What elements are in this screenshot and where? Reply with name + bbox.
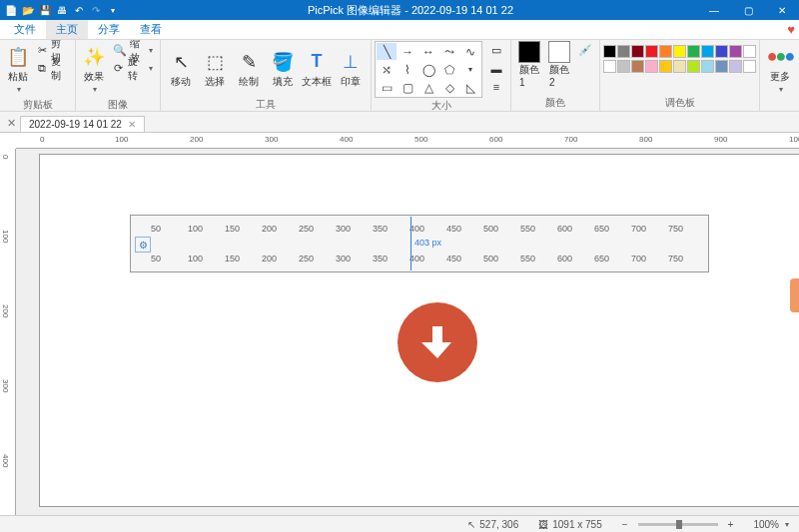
group-label-palette: 调色板 [603, 95, 756, 111]
menu-home[interactable]: 主页 [46, 20, 88, 39]
canvas-viewport[interactable]: ⚙ 50100150200250300350400450500550600650… [16, 149, 799, 515]
zoom-in-button[interactable]: + [718, 519, 744, 530]
draw-tool[interactable]: ✎绘制 [232, 41, 266, 97]
color-swatch[interactable] [645, 45, 658, 58]
shape-zigzag-icon[interactable]: ⤭ [377, 61, 397, 78]
menu-file[interactable]: 文件 [4, 20, 46, 39]
print-icon[interactable]: 🖶 [54, 2, 70, 18]
shape-diamond-icon[interactable]: ◇ [439, 79, 459, 96]
stamp-tool[interactable]: ⊥印章 [334, 41, 368, 97]
shape-outline-button[interactable]: ▭ [487, 42, 505, 59]
shape-weight-button[interactable]: ≡ [487, 78, 505, 95]
zoom-out-button[interactable]: − [612, 519, 638, 530]
color-swatch[interactable] [659, 60, 672, 73]
copy-icon: ⧉ [36, 62, 48, 76]
open-icon[interactable]: 📂 [20, 2, 36, 18]
ruler-marker-label: 403 px [414, 238, 441, 248]
color-swatch[interactable] [743, 45, 756, 58]
shape-callout-icon[interactable]: ◺ [460, 79, 480, 96]
document-tab[interactable]: 2022-09-19 14 01 22 ✕ [20, 116, 145, 132]
new-icon[interactable]: 📄 [3, 2, 19, 18]
color-swatch[interactable] [617, 45, 630, 58]
shape-gallery[interactable]: ╲ → ↔ ⤳ ∿ ⤭ ⌇ ◯ ⬠ ▾ ▭ ▢ △ ◇ ◺ [375, 41, 482, 98]
ruler-marker [410, 217, 411, 270]
color-swatch[interactable] [645, 60, 658, 73]
shape-polyline-icon[interactable]: ⌇ [398, 61, 417, 78]
shape-triangle-icon[interactable]: △ [418, 79, 438, 96]
color-swatch[interactable] [729, 60, 742, 73]
favorite-icon[interactable]: ♥ [787, 22, 795, 37]
more-button[interactable]: ●●●更多 [763, 41, 797, 97]
color-swatch[interactable] [687, 45, 700, 58]
menu-view[interactable]: 查看 [130, 20, 172, 39]
color-swatch[interactable] [729, 45, 742, 58]
menu-share[interactable]: 分享 [88, 20, 130, 39]
color-swatch[interactable] [715, 45, 728, 58]
color1-button[interactable]: 颜色 1 [514, 41, 544, 88]
canvas[interactable]: ⚙ 50100150200250300350400450500550600650… [40, 155, 799, 506]
color-swatch[interactable] [673, 60, 686, 73]
save-icon[interactable]: 💾 [37, 2, 53, 18]
shape-more-icon[interactable]: ▾ [460, 61, 480, 78]
qat-more-icon[interactable]: ▾ [105, 2, 121, 18]
color-swatch[interactable] [603, 60, 616, 73]
copy-button[interactable]: ⧉复制 [34, 60, 70, 77]
text-icon: T [305, 50, 329, 74]
zoom-level[interactable]: 100% [743, 519, 799, 530]
group-label-more [763, 109, 797, 111]
ruler-horizontal: 01002003004005006007008009001000 [16, 133, 799, 149]
shape-bezier-icon[interactable]: ∿ [460, 43, 480, 60]
shape-line-icon[interactable]: ╲ [377, 43, 397, 60]
undo-icon[interactable]: ↶ [71, 2, 87, 18]
rotate-icon: ⟳ [113, 62, 125, 76]
color-swatch[interactable] [743, 60, 756, 73]
color-swatch[interactable] [603, 45, 616, 58]
ruler-settings-icon[interactable]: ⚙ [135, 237, 151, 253]
shape-curve-icon[interactable]: ⤳ [439, 43, 459, 60]
color-swatch[interactable] [673, 45, 686, 58]
select-tool[interactable]: ⬚选择 [198, 41, 232, 97]
shape-ellipse-icon[interactable]: ◯ [418, 61, 438, 78]
rotate-button[interactable]: ⟳旋转 [111, 60, 155, 77]
tab-close-icon[interactable]: ✕ [128, 119, 136, 130]
color-swatch[interactable] [631, 60, 644, 73]
group-label-clipboard: 剪贴板 [3, 97, 72, 113]
move-tool[interactable]: ↖移动 [164, 41, 198, 97]
shape-double-arrow-icon[interactable]: ↔ [418, 43, 438, 60]
side-panel-handle[interactable] [790, 278, 799, 312]
color-swatch[interactable] [701, 45, 714, 58]
status-canvas-size: 🖼1091 x 755 [528, 519, 612, 530]
ribbon-group-palette: 调色板 [600, 40, 760, 111]
palette-row-1[interactable] [603, 45, 756, 58]
shape-rect-icon[interactable]: ▭ [377, 79, 397, 96]
color-swatch[interactable] [701, 60, 714, 73]
shape-polygon-icon[interactable]: ⬠ [439, 61, 459, 78]
color2-button[interactable]: 颜色 2 [544, 41, 574, 88]
color-swatch[interactable] [715, 60, 728, 73]
screen-ruler-widget[interactable]: ⚙ 50100150200250300350400450500550600650… [130, 215, 709, 272]
eyedropper-button[interactable]: 💉 [576, 42, 594, 59]
palette-row-2[interactable] [603, 60, 756, 73]
color-swatch[interactable] [687, 60, 700, 73]
color-swatch[interactable] [617, 60, 630, 73]
effects-button[interactable]: ✨效果 [79, 41, 109, 97]
maximize-button[interactable]: ▢ [731, 0, 765, 20]
scissors-icon: ✂ [36, 44, 48, 58]
shape-roundrect-icon[interactable]: ▢ [398, 79, 417, 96]
text-tool[interactable]: T文本框 [300, 41, 334, 97]
group-label-image: 图像 [79, 97, 157, 113]
close-all-tabs-button[interactable]: ✕ [2, 114, 20, 132]
ribbon-group-clipboard: 📋粘贴 ✂剪切 ⧉复制 剪贴板 [0, 40, 76, 111]
color-swatch[interactable] [631, 45, 644, 58]
color-swatch[interactable] [659, 45, 672, 58]
shape-arrow-icon[interactable]: → [398, 43, 417, 60]
shape-fill-button[interactable]: ▬ [487, 60, 505, 77]
minimize-button[interactable]: — [697, 0, 731, 20]
fill-tool[interactable]: 🪣填充 [266, 41, 300, 97]
redo-icon[interactable]: ↷ [88, 2, 104, 18]
zoom-slider[interactable] [638, 523, 718, 526]
close-button[interactable]: ✕ [765, 0, 799, 20]
paste-button[interactable]: 📋粘贴 [3, 41, 32, 97]
cursor-icon: ↖ [467, 519, 475, 530]
quick-access-toolbar: 📄 📂 💾 🖶 ↶ ↷ ▾ [0, 2, 124, 18]
